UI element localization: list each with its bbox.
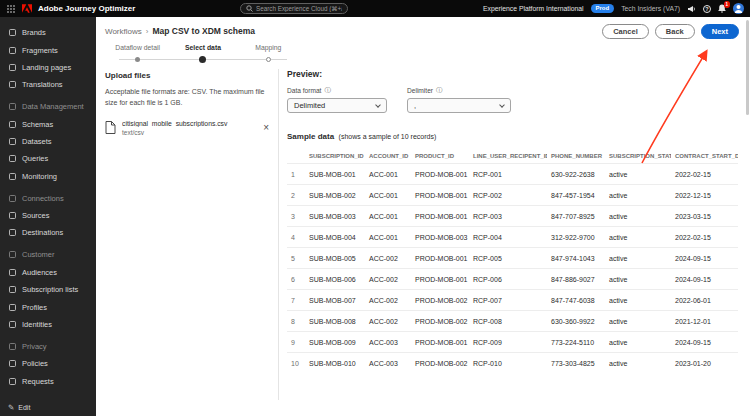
table-cell: SUB-MOB-004	[305, 227, 365, 248]
brands-icon	[9, 29, 16, 36]
sources-icon	[9, 212, 16, 219]
cancel-button[interactable]: Cancel	[602, 24, 649, 39]
table-cell: PROD-MOB-001	[411, 248, 469, 269]
preview-title: Preview:	[287, 69, 738, 79]
preview-panel: Preview: Data format Delimited Delimiter	[287, 69, 738, 373]
schemas-icon	[9, 121, 16, 128]
table-cell: ACC-002	[365, 290, 411, 311]
table-row: 3SUB-MOB-003ACC-001PROD-MOB-001RCP-00384…	[287, 206, 738, 227]
customer-icon	[9, 251, 16, 258]
app-switcher-icon[interactable]	[7, 5, 15, 13]
table-cell: SUB-MOB-001	[305, 164, 365, 185]
back-button[interactable]: Back	[655, 24, 695, 39]
info-icon[interactable]	[436, 87, 443, 94]
row-number: 8	[287, 311, 305, 332]
sidebar-item-requests[interactable]: Requests	[0, 372, 96, 389]
sidebar-item-audiences[interactable]: Audiences	[0, 264, 96, 281]
sidebar-item-profiles[interactable]: Profiles	[0, 298, 96, 315]
table-cell: PROD-MOB-002	[411, 311, 469, 332]
sidebar-item-destinations[interactable]: Destinations	[0, 224, 96, 241]
data-format-value: Delimited	[294, 101, 325, 110]
table-cell: PROD-MOB-002	[411, 290, 469, 311]
sidebar-item-landing-pages[interactable]: Landing pages	[0, 59, 96, 76]
column-header-row-number	[287, 150, 305, 164]
landing-pages-icon	[9, 64, 16, 71]
sidebar-item-identities[interactable]: Identities	[0, 316, 96, 333]
search-box[interactable]	[240, 3, 348, 14]
datasets-icon	[9, 138, 16, 145]
sidebar-item-label: Connections	[22, 194, 64, 203]
table-cell: ACC-001	[365, 227, 411, 248]
sidebar-item-label: Identities	[22, 320, 52, 329]
sidebar-item-brands[interactable]: Brands	[0, 24, 96, 41]
sandbox-switcher[interactable]: Tech Insiders (VA7)	[621, 5, 680, 12]
table-cell: 2022-12-15	[671, 185, 738, 206]
data-format-label: Data format	[287, 87, 321, 94]
row-number: 9	[287, 332, 305, 353]
table-row: 2SUB-MOB-002ACC-001PROD-MOB-001RCP-00284…	[287, 185, 738, 206]
notifications-bell-icon[interactable]: 1	[718, 4, 726, 13]
sidebar-item-schemas[interactable]: Schemas	[0, 115, 96, 132]
table-cell: SUB-MOB-003	[305, 206, 365, 227]
sidebar-item-translations[interactable]: Translations	[0, 76, 96, 93]
table-cell: RCP-003	[469, 206, 547, 227]
sidebar-item-queries[interactable]: Queries	[0, 150, 96, 167]
table-cell: active	[605, 269, 671, 290]
page-scrollbar[interactable]	[745, 17, 750, 416]
edit-nav-button[interactable]: Edit	[8, 403, 30, 412]
delimiter-field: Delimiter ,	[407, 87, 511, 113]
table-cell: SUB-MOB-002	[305, 185, 365, 206]
help-icon[interactable]: ?	[703, 5, 711, 13]
column-header-subscription-id: SUBSCRIPTION_ID	[305, 150, 365, 164]
sidebar-item-monitoring[interactable]: Monitoring	[0, 168, 96, 185]
table-cell: RCP-010	[469, 353, 547, 374]
stepper: Dataflow detail Select data Mapping	[105, 44, 301, 63]
breadcrumb-workflows[interactable]: Workflows	[105, 27, 142, 36]
topbar: Workflows › Map CSV to XDM schema Cancel…	[105, 23, 739, 39]
info-icon[interactable]	[324, 87, 331, 94]
upload-hint: Acceptable file formats are: CSV. The ma…	[105, 87, 271, 109]
next-button[interactable]: Next	[701, 24, 739, 39]
table-row: 1SUB-MOB-001ACC-001PROD-MOB-001RCP-00163…	[287, 164, 738, 185]
sidebar-item-datasets[interactable]: Datasets	[0, 133, 96, 150]
table-cell: RCP-007	[469, 290, 547, 311]
table-cell: ACC-002	[365, 248, 411, 269]
sidebar-item-label: Subscription lists	[22, 285, 78, 294]
sidebar-item-fragments[interactable]: Fragments	[0, 41, 96, 58]
row-number: 7	[287, 290, 305, 311]
row-number: 10	[287, 353, 305, 374]
table-cell: RCP-001	[469, 164, 547, 185]
table-cell: SUB-MOB-009	[305, 332, 365, 353]
table-cell: 773-224-5110	[547, 332, 605, 353]
table-cell: 2024-09-15	[671, 332, 738, 353]
sidebar-item-policies[interactable]: Policies	[0, 355, 96, 372]
table-cell: ACC-002	[365, 311, 411, 332]
file-name: citisignal_mobile_subscriptions.csv	[122, 120, 255, 127]
sample-data-title: Sample data	[287, 132, 334, 141]
avatar[interactable]	[733, 3, 744, 14]
chevron-down-icon	[375, 102, 381, 108]
step-dot-upcoming	[266, 57, 271, 62]
sidebar-item-label: Sources	[22, 211, 50, 220]
table-cell: active	[605, 353, 671, 374]
sidebar-item-sources[interactable]: Sources	[0, 207, 96, 224]
env-badge: Prod	[591, 4, 615, 13]
sidebar-item-label: Landing pages	[22, 63, 71, 72]
table-cell: ACC-001	[365, 206, 411, 227]
table-cell: ACC-003	[365, 332, 411, 353]
sample-data-heading: Sample data (shows a sample of 10 record…	[287, 125, 738, 143]
remove-file-button[interactable]	[261, 122, 271, 134]
search-input[interactable]	[256, 5, 342, 12]
delimiter-select[interactable]: ,	[407, 98, 511, 113]
policies-icon	[9, 360, 16, 367]
sidebar-item-subscription-lists[interactable]: Subscription lists	[0, 281, 96, 298]
table-cell: RCP-005	[469, 248, 547, 269]
upload-panel: Upload files Acceptable file formats are…	[105, 71, 271, 136]
monitoring-icon	[9, 173, 16, 180]
announcements-icon[interactable]	[687, 5, 696, 13]
scrollbar-thumb[interactable]	[746, 20, 749, 115]
data-format-select[interactable]: Delimited	[287, 98, 387, 113]
table-cell: RCP-008	[469, 311, 547, 332]
row-number: 3	[287, 206, 305, 227]
sample-data-note: (shows a sample of 10 records)	[339, 133, 437, 140]
